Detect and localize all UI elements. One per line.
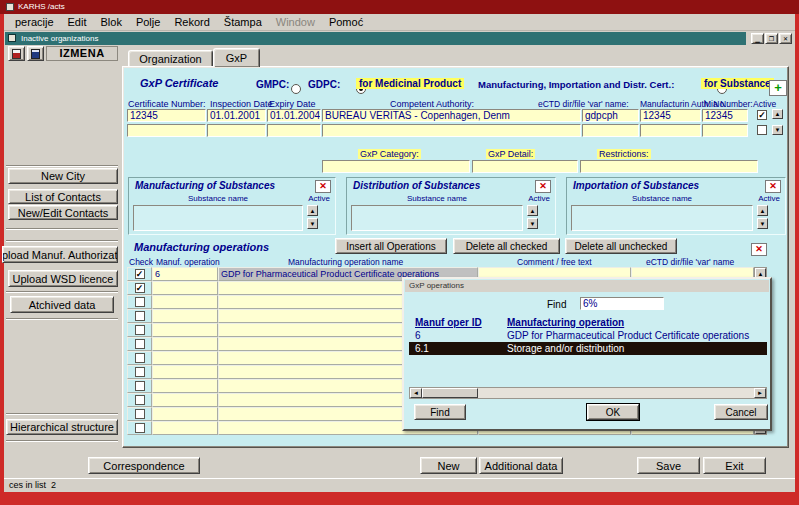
menu-blok[interactable]: Blok <box>94 15 129 29</box>
manuf-auth-no-field[interactable]: 12345 <box>640 109 701 122</box>
dialog-titlebar[interactable]: GxP operations <box>405 280 769 292</box>
row-check-cell[interactable] <box>127 309 152 323</box>
row-checkbox[interactable] <box>135 339 145 349</box>
additional-data-button[interactable]: Additional data <box>479 457 563 474</box>
contacts-icon[interactable] <box>27 46 44 61</box>
minimize-icon[interactable]: ▁ <box>751 33 764 44</box>
book-icon[interactable] <box>8 46 25 61</box>
manuf-operation-cell[interactable] <box>152 295 218 309</box>
gxp-category-field[interactable] <box>322 160 470 173</box>
scroll-up-icon[interactable]: ▲ <box>757 205 768 216</box>
certificate-number-field-2[interactable] <box>127 124 206 137</box>
tab-gxp[interactable]: GxP <box>213 48 260 67</box>
row-check-cell[interactable] <box>127 337 152 351</box>
gxp-detail-field[interactable] <box>472 160 578 173</box>
close-icon[interactable]: ✕ <box>779 33 792 44</box>
upload-wsd-licence-button[interactable]: Upload WSD licence <box>8 270 118 287</box>
row-checkbox[interactable] <box>135 367 145 377</box>
find-button[interactable]: Find <box>414 404 466 420</box>
row-checkbox[interactable] <box>135 325 145 335</box>
competent-authority-field-2[interactable] <box>322 124 581 137</box>
manuf-operation-cell[interactable] <box>152 365 218 379</box>
delete-all-checked-button[interactable]: Delete all checked <box>453 238 560 254</box>
menu-rekord[interactable]: Rekord <box>167 15 216 29</box>
hierarchical-structure-button[interactable]: Hierarchical structure <box>6 419 118 435</box>
manuf-auth-no-field-2[interactable] <box>640 124 701 137</box>
row-check-cell[interactable] <box>127 393 152 407</box>
new-edit-contacts-button[interactable]: New/Edit Contacts <box>8 205 118 220</box>
row-checkbox[interactable] <box>135 311 145 321</box>
clear-substances-icon[interactable]: ✕ <box>315 180 331 193</box>
row-checkbox[interactable]: ✓ <box>135 269 145 279</box>
competent-authority-field[interactable]: BUREAU VERITAS - Copenhagen, Denm <box>322 109 581 122</box>
active-checkbox-2[interactable] <box>757 125 767 135</box>
upload-manuf-authorization-button[interactable]: Upload Manuf. Authorizatio <box>2 246 118 263</box>
manuf-operation-cell[interactable] <box>152 393 218 407</box>
mia-number-field[interactable]: 12345 <box>702 109 748 122</box>
inspection-date-field-2[interactable] <box>207 124 266 137</box>
row-checkbox[interactable] <box>135 381 145 391</box>
certificate-number-field[interactable]: 12345 <box>127 109 206 122</box>
manuf-operation-cell[interactable] <box>152 379 218 393</box>
clear-operations-icon[interactable]: ✕ <box>751 243 767 256</box>
manuf-operation-cell[interactable] <box>152 309 218 323</box>
scrollbar-thumb[interactable] <box>422 388 478 398</box>
row-check-cell[interactable] <box>127 407 152 421</box>
menu-window[interactable]: Window <box>269 15 322 29</box>
find-input[interactable]: 6% <box>580 297 664 310</box>
save-button[interactable]: Save <box>637 457 700 474</box>
clear-substances-icon[interactable]: ✕ <box>535 180 551 193</box>
window-titlebar[interactable]: KARHS /acts <box>0 0 799 14</box>
ectd-field[interactable]: gdpcph <box>582 109 639 122</box>
menu-polje[interactable]: Polje <box>129 15 167 29</box>
row-check-cell[interactable]: ✓ <box>127 281 152 295</box>
archived-data-button[interactable]: Atchived data <box>10 296 114 313</box>
delete-all-unchecked-button[interactable]: Delete all unchecked <box>565 238 677 254</box>
row-check-cell[interactable]: ✓ <box>127 267 152 281</box>
row-checkbox[interactable] <box>135 297 145 307</box>
row-checkbox[interactable]: ✓ <box>135 283 145 293</box>
ectd-field-2[interactable] <box>582 124 639 137</box>
inspection-date-field[interactable]: 01.01.2001 <box>207 109 266 122</box>
manuf-operation-cell[interactable] <box>152 351 218 365</box>
scroll-down-icon[interactable]: ▼ <box>307 218 318 229</box>
add-record-icon[interactable]: + <box>769 80 787 96</box>
scroll-up-icon[interactable]: ▲ <box>527 205 538 216</box>
row-checkbox[interactable] <box>135 353 145 363</box>
substance-list[interactable] <box>351 205 523 231</box>
substance-list[interactable] <box>133 205 303 231</box>
mia-number-field-2[interactable] <box>702 124 748 137</box>
manuf-operation-cell[interactable] <box>152 323 218 337</box>
row-checkbox[interactable] <box>135 409 145 419</box>
row-check-cell[interactable] <box>127 295 152 309</box>
manuf-operation-cell[interactable]: 6 <box>152 267 218 281</box>
scroll-down-icon[interactable]: ▼ <box>757 218 768 229</box>
mdi-titlebar[interactable]: Inactive organizations <box>5 32 746 45</box>
manuf-operation-cell[interactable] <box>152 281 218 295</box>
row-check-cell[interactable] <box>127 379 152 393</box>
tab-organization[interactable]: Organization <box>128 50 213 67</box>
row-check-cell[interactable] <box>127 421 152 435</box>
insert-all-operations-button[interactable]: Insert all Operations <box>335 238 447 254</box>
scroll-right-icon[interactable]: ► <box>754 388 766 398</box>
new-button[interactable]: New <box>420 457 477 474</box>
scroll-up-icon[interactable]: ▲ <box>307 205 318 216</box>
menu-pomoc[interactable]: Pomoć <box>322 15 370 29</box>
menu-stampa[interactable]: Štampa <box>217 15 269 29</box>
record-down-icon[interactable]: ▼ <box>772 125 783 135</box>
manuf-operation-cell[interactable] <box>152 421 218 435</box>
row-checkbox[interactable] <box>135 395 145 405</box>
horizontal-scrollbar[interactable]: ◄ ► <box>409 387 767 399</box>
list-of-contacts-button[interactable]: List of Contacts <box>8 189 118 204</box>
row-check-cell[interactable] <box>127 351 152 365</box>
substance-list[interactable] <box>571 205 753 231</box>
row-check-cell[interactable] <box>127 365 152 379</box>
clear-substances-icon[interactable]: ✕ <box>765 180 781 193</box>
list-row-id[interactable]: 6 <box>415 330 421 341</box>
new-city-button[interactable]: New City <box>8 168 118 184</box>
record-up-icon[interactable]: ▲ <box>772 109 783 119</box>
manuf-operation-cell[interactable] <box>152 337 218 351</box>
ok-button[interactable]: OK <box>587 404 639 420</box>
menu-edit[interactable]: Edit <box>61 15 94 29</box>
expiry-date-field-2[interactable] <box>267 124 321 137</box>
